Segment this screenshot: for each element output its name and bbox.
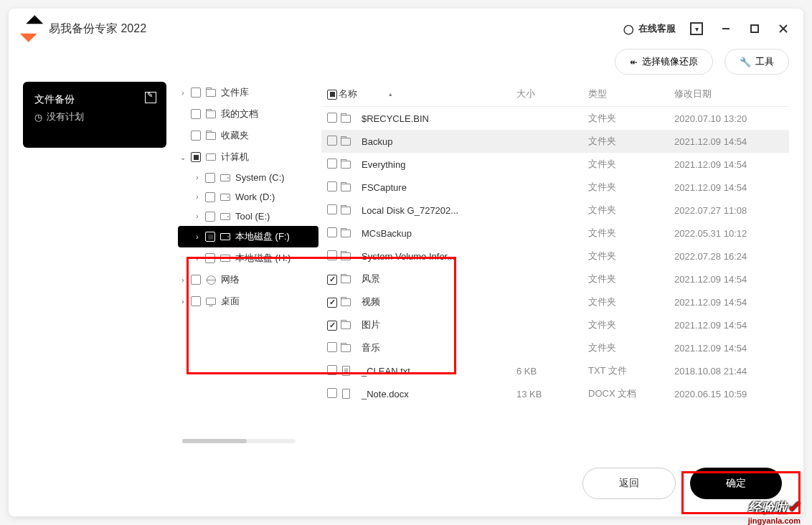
confirm-button[interactable]: 确定 <box>690 468 782 499</box>
file-type: 文件夹 <box>588 158 674 171</box>
chevron-icon[interactable]: › <box>192 255 202 262</box>
tree-checkbox[interactable] <box>191 275 201 285</box>
file-checkbox[interactable] <box>327 275 337 285</box>
folder-icon <box>340 205 351 215</box>
tree-checkbox[interactable] <box>191 88 201 98</box>
folder-icon <box>340 182 351 192</box>
folder-icon <box>340 136 351 146</box>
column-date[interactable]: 修改日期 <box>674 88 789 100</box>
tree-checkbox[interactable] <box>191 152 201 162</box>
file-row[interactable]: Backup文件夹2021.12.09 14:54 <box>321 130 789 153</box>
minimize-button[interactable] <box>720 23 732 34</box>
tree-item[interactable]: ›本地磁盘 (H:) <box>178 247 318 269</box>
file-checkbox[interactable] <box>327 181 337 191</box>
backup-plan-card[interactable]: 文件备份 ◷没有计划 <box>23 82 166 148</box>
tree-checkbox[interactable] <box>205 173 215 183</box>
tree-item[interactable]: 我的文档 <box>178 103 318 125</box>
chevron-icon[interactable]: › <box>192 233 202 241</box>
chevron-icon[interactable]: › <box>192 174 202 181</box>
edit-icon[interactable] <box>145 92 156 103</box>
tree-item[interactable]: ›Work (D:) <box>178 187 318 207</box>
file-date: 2021.12.09 14:54 <box>674 320 789 331</box>
tree-item[interactable]: 收藏夹 <box>178 125 318 146</box>
file-row[interactable]: $RECYCLE.BIN文件夹2020.07.10 13:20 <box>321 107 789 130</box>
file-checkbox[interactable] <box>327 227 337 237</box>
chevron-icon[interactable]: › <box>192 193 202 201</box>
file-date: 2021.12.09 14:54 <box>674 182 789 193</box>
watermark: 经验啦✓ jingyanla.com <box>748 498 801 525</box>
tree-checkbox[interactable] <box>205 212 215 222</box>
tree-item[interactable]: ›Tool (E:) <box>178 207 318 226</box>
file-row[interactable]: 音乐文件夹2021.12.09 14:54 <box>321 336 789 359</box>
column-size[interactable]: 大小 <box>516 88 588 100</box>
file-date: 2020.07.10 13:20 <box>674 113 789 124</box>
file-checkbox[interactable] <box>327 136 337 146</box>
restore-image-button[interactable]: ↞选择镜像还原 <box>615 49 713 75</box>
file-name: Everything <box>362 159 405 170</box>
file-checkbox[interactable] <box>327 204 337 214</box>
file-checkbox[interactable] <box>327 342 337 352</box>
file-row[interactable]: 风景文件夹2021.12.09 14:54 <box>321 268 789 290</box>
tree-label: 桌面 <box>221 295 240 308</box>
tree-checkbox[interactable] <box>205 192 215 202</box>
tree-scrollbar[interactable] <box>182 439 296 443</box>
file-row[interactable]: 视频文件夹2021.12.09 14:54 <box>321 290 789 313</box>
file-date: 2018.10.08 21:44 <box>674 366 789 377</box>
tree-item[interactable]: ›System (C:) <box>178 168 318 187</box>
tree-checkbox[interactable] <box>191 131 201 141</box>
folder-icon <box>340 159 351 169</box>
file-checkbox[interactable] <box>327 388 337 398</box>
online-service-label: 在线客服 <box>638 22 676 35</box>
chevron-icon[interactable]: ⌄ <box>178 153 188 161</box>
file-row[interactable]: _Note.docx13 KBDOCX 文档2020.06.15 10:59 <box>321 382 789 405</box>
tree-item[interactable]: ⌄计算机 <box>178 146 318 168</box>
file-name: MCsBackup <box>362 228 412 239</box>
file-checkbox[interactable] <box>327 113 337 123</box>
file-type: TXT 文件 <box>588 364 674 377</box>
file-checkbox[interactable] <box>327 365 337 375</box>
chevron-icon[interactable]: › <box>178 89 188 97</box>
column-name[interactable]: 名称▴ <box>339 88 516 100</box>
online-service-link[interactable]: ◯ 在线客服 <box>623 22 676 35</box>
file-checkbox[interactable] <box>327 298 337 308</box>
column-type[interactable]: 类型 <box>588 88 674 100</box>
tree-item[interactable]: ›桌面 <box>178 290 318 312</box>
maximize-button[interactable] <box>749 23 760 34</box>
file-row[interactable]: System Volume Infor...文件夹2022.07.28 16:2… <box>321 245 789 268</box>
file-name: Backup <box>362 136 392 147</box>
file-checkbox[interactable] <box>327 321 337 331</box>
chevron-icon[interactable]: › <box>192 212 202 220</box>
tree-checkbox[interactable] <box>191 296 201 306</box>
tree-item[interactable]: ›本地磁盘 (F:) <box>178 226 318 247</box>
tree-item[interactable]: ›文件库 <box>178 82 318 103</box>
tools-label: 工具 <box>755 55 774 68</box>
tree-checkbox[interactable] <box>205 253 215 263</box>
file-row[interactable]: _CLEAN.txt6 KBTXT 文件2018.10.08 21:44 <box>321 359 789 382</box>
tree-item[interactable]: ›网络 <box>178 269 318 290</box>
file-checkbox[interactable] <box>327 250 337 260</box>
close-button[interactable] <box>778 23 789 34</box>
tree-label: 计算机 <box>221 151 249 164</box>
tools-button[interactable]: 🔧工具 <box>724 49 789 75</box>
file-row[interactable]: 图片文件夹2021.12.09 14:54 <box>321 313 789 336</box>
chevron-icon[interactable]: › <box>178 298 188 306</box>
file-row[interactable]: Local Disk G_727202...文件夹2022.07.27 11:0… <box>321 199 789 222</box>
file-row[interactable]: FSCapture文件夹2021.12.09 14:54 <box>321 176 789 199</box>
file-name: $RECYCLE.BIN <box>362 113 429 124</box>
select-all-checkbox[interactable] <box>327 90 337 100</box>
window-dropdown-icon[interactable]: ▾ <box>690 22 703 35</box>
file-row[interactable]: MCsBackup文件夹2022.05.31 10:12 <box>321 222 789 245</box>
list-body: $RECYCLE.BIN文件夹2020.07.10 13:20Backup文件夹… <box>321 107 789 443</box>
computer-icon <box>205 152 217 162</box>
file-checkbox[interactable] <box>327 159 337 169</box>
tree-checkbox[interactable] <box>191 109 201 119</box>
tree-checkbox[interactable] <box>205 232 215 242</box>
tree-label: 文件库 <box>221 86 249 99</box>
file-type: 文件夹 <box>588 250 674 262</box>
back-button[interactable]: 返回 <box>582 468 676 499</box>
folder-icon <box>340 251 351 261</box>
clock-icon: ◷ <box>34 112 42 123</box>
chevron-icon[interactable]: › <box>178 276 188 284</box>
file-row[interactable]: Everything文件夹2021.12.09 14:54 <box>321 153 789 176</box>
tree-label: Tool (E:) <box>235 211 270 222</box>
